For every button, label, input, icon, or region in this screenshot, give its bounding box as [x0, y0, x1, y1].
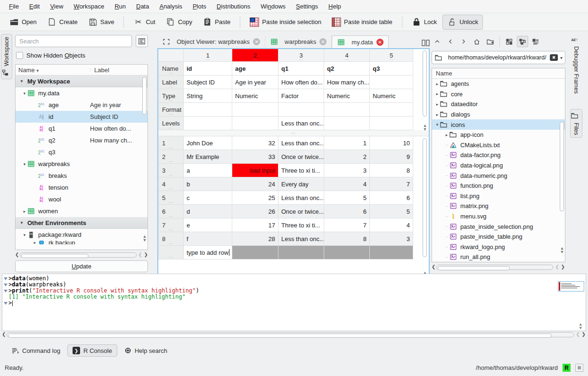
copy-button[interactable]: Copy — [161, 15, 197, 30]
cell-r1-c4[interactable]: 1 — [324, 136, 370, 150]
row-header-6[interactable]: 6⋯ — [158, 205, 184, 218]
add-row-cell-5[interactable] — [370, 246, 413, 259]
tree-item-rk-backup[interactable]: ▸rk.backup — [16, 241, 147, 244]
cell-r5-c4[interactable]: 5 — [324, 191, 370, 205]
meta-levels-col4[interactable] — [324, 117, 370, 130]
cell-r3-c1[interactable]: a — [184, 164, 232, 177]
meta-type-col1[interactable]: String — [184, 89, 232, 103]
file-item-run-all-png[interactable]: –run_all.png — [432, 252, 565, 262]
column-header-1[interactable]: 1⋯ — [184, 49, 232, 62]
file-item-agents[interactable]: ▸agents — [432, 79, 565, 89]
chevron-down-icon[interactable]: ▾ — [560, 55, 563, 60]
data-vscrollbar[interactable]: ▲▼ — [422, 138, 428, 278]
tree-item-tension[interactable]: ABtension — [16, 182, 147, 193]
cell-r2-c5[interactable]: 9 — [370, 150, 413, 164]
file-item-function-png[interactable]: –function.png — [432, 181, 565, 191]
meta-row-header-label[interactable]: Label⋯ — [158, 75, 184, 89]
lock-button[interactable]: Lock — [407, 15, 441, 30]
dock-tab-debugger-frames[interactable]: az↑Debugger Frames — [570, 33, 582, 96]
tool-tab-command-log[interactable]: Command log — [7, 345, 65, 357]
close-icon[interactable]: ✕ — [319, 38, 327, 45]
tool-tab-r-console[interactable]: ❯R Console — [67, 344, 117, 357]
tab-warpbreaks[interactable]: warpbreaks✕ — [265, 35, 332, 48]
row-header-7[interactable]: 7⋯ — [158, 218, 184, 232]
view-tree-button[interactable] — [517, 36, 528, 47]
cut-button[interactable]: ✂Cut — [129, 15, 160, 30]
menu-settings[interactable]: Settings — [291, 1, 323, 12]
chevron-right-icon[interactable]: ▸ — [22, 209, 27, 214]
chevron-down-icon[interactable]: ▾ — [22, 162, 27, 167]
workspace-hscrollbar[interactable]: ❮ ❮ ❯ — [15, 252, 148, 258]
view-details-button[interactable] — [530, 36, 541, 47]
meta-levels-col1[interactable] — [184, 117, 232, 130]
meta-name-col2[interactable]: age — [232, 62, 278, 75]
menu-view[interactable]: View — [45, 1, 68, 12]
tree-item-my-data[interactable]: ▾my.data — [16, 87, 147, 99]
meta-format-col2[interactable] — [232, 103, 278, 117]
meta-label-col1[interactable]: Subject ID — [184, 75, 232, 89]
meta-format-col5[interactable] — [370, 103, 413, 117]
meta-type-col3[interactable]: Factor — [278, 89, 324, 103]
chevron-right-icon[interactable]: ▸ — [435, 112, 440, 117]
add-row-cell-4[interactable] — [324, 246, 370, 259]
meta-name-col5[interactable]: q3 — [370, 62, 413, 75]
cell-r6-c4[interactable]: 6 — [324, 205, 370, 218]
cell-r7-c5[interactable]: 4 — [370, 218, 413, 232]
column-header-5[interactable]: 5⋯ — [370, 49, 413, 62]
meta-format-col3[interactable] — [278, 103, 324, 117]
meta-row-header-format[interactable]: Format⋯ — [158, 103, 184, 117]
search-input[interactable] — [15, 35, 132, 47]
cell-r6-c1[interactable]: d — [184, 205, 232, 218]
file-item-matrix-png[interactable]: –matrix.png — [432, 201, 565, 211]
update-button[interactable]: Update — [15, 260, 148, 272]
paste-inside-selection-button[interactable]: Paste inside selection — [245, 15, 326, 30]
tree-item-breaks[interactable]: 231breaks — [16, 170, 147, 182]
tree-item-q1[interactable]: ABq1How often do... — [16, 123, 147, 134]
split-view-icon[interactable] — [422, 40, 430, 46]
cell-r4-c1[interactable]: b — [184, 177, 232, 191]
cell-r4-c2[interactable]: 24 — [232, 177, 278, 191]
file-item-menu-svg[interactable]: –menu.svg — [432, 211, 565, 222]
cell-r8-c2[interactable]: 28 — [232, 232, 278, 246]
file-item-paste-inside-table-png[interactable]: –paste_inside_table.png — [432, 232, 565, 242]
path-combobox[interactable]: home/thomas/develop/rkward/rkward/ ✖ ▾ — [432, 51, 565, 64]
workspace-tree-vscrollbar[interactable]: ▲▼ — [142, 76, 147, 242]
menu-data[interactable]: Data — [131, 1, 154, 12]
close-icon[interactable]: ✕ — [376, 39, 384, 46]
add-row-cell-2[interactable] — [232, 246, 278, 259]
tree-item-wool[interactable]: ABwool — [16, 193, 147, 205]
chevron-right-icon[interactable]: ▸ — [435, 82, 440, 86]
add-row-cell-3[interactable] — [278, 246, 324, 259]
chevron-right-icon[interactable]: ▸ — [33, 241, 37, 244]
cell-r7-c1[interactable]: e — [184, 218, 232, 232]
cell-r2-c1[interactable]: Mr Example — [184, 150, 232, 164]
file-item-list-png[interactable]: –list.png — [432, 191, 565, 201]
dock-tab-files[interactable]: Files — [570, 109, 582, 138]
cell-r1-c5[interactable]: 10 — [370, 136, 413, 150]
clear-path-icon[interactable]: ✖ — [550, 54, 558, 61]
tree-item-package-rkward[interactable]: ▾package:rkward — [16, 229, 147, 241]
meta-label-col3[interactable]: How often do... — [278, 75, 324, 89]
file-item-dataeditor[interactable]: ▸dataeditor — [432, 99, 565, 109]
cell-r5-c5[interactable]: 6 — [370, 191, 413, 205]
meta-levels-col5[interactable] — [370, 117, 413, 130]
file-item-cmakelists-txt[interactable]: –CMakeLists.txt — [432, 140, 565, 150]
forward-button[interactable] — [458, 36, 469, 47]
file-item-paste-inside-selection-png[interactable]: –paste_inside_selection.png — [432, 221, 565, 232]
column-header-4[interactable]: 4⋯ — [324, 49, 370, 62]
row-header-4[interactable]: 4⋯ — [158, 177, 184, 191]
cell-r1-c3[interactable]: Less than onc... — [278, 136, 324, 150]
console-minimap[interactable] — [558, 281, 584, 292]
cell-r5-c2[interactable]: 25 — [232, 191, 278, 205]
tree-section-other-environments[interactable]: ▾Other Environments — [16, 217, 147, 229]
row-header-8[interactable]: 8⋯ — [158, 232, 184, 246]
menu-analysis[interactable]: Analysis — [154, 1, 187, 12]
menu-distributions[interactable]: Distributions — [212, 1, 256, 12]
meta-row-header-name[interactable]: Name⋯ — [158, 62, 184, 75]
filter-options-button[interactable] — [136, 35, 148, 47]
r-console[interactable]: > data (women)> data (warpbreaks)> print… — [2, 274, 586, 331]
cell-r5-c3[interactable]: Less than onc... — [278, 191, 324, 205]
file-item-dialogs[interactable]: ▸dialogs — [432, 109, 565, 120]
unlock-button[interactable]: Unlock — [442, 15, 483, 30]
meta-type-col4[interactable]: Numeric — [324, 89, 370, 103]
